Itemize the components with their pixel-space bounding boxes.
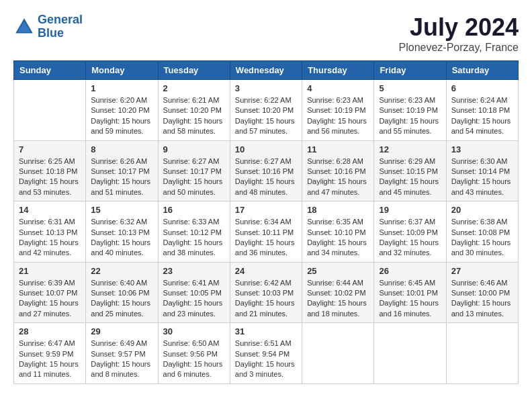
calendar-cell: 2Sunrise: 6:21 AM Sunset: 10:20 PM Dayli… [158, 80, 230, 141]
calendar-cell: 18Sunrise: 6:35 AM Sunset: 10:10 PM Dayl… [302, 201, 374, 263]
day-info: Sunrise: 6:46 AM Sunset: 10:00 PM Daylig… [451, 278, 513, 320]
logo-line2: Blue [38, 26, 64, 40]
day-number: 30 [163, 326, 225, 336]
calendar-cell: 1Sunrise: 6:20 AM Sunset: 10:20 PM Dayli… [86, 80, 158, 141]
day-number: 3 [235, 83, 297, 93]
header-thursday: Thursday [302, 61, 374, 80]
day-info: Sunrise: 6:25 AM Sunset: 10:18 PM Daylig… [19, 156, 81, 198]
day-info: Sunrise: 6:29 AM Sunset: 10:15 PM Daylig… [379, 156, 441, 198]
calendar-cell: 30Sunrise: 6:50 AM Sunset: 9:56 PM Dayli… [158, 323, 230, 384]
header-saturday: Saturday [446, 61, 518, 80]
calendar-cell: 19Sunrise: 6:37 AM Sunset: 10:09 PM Dayl… [374, 201, 446, 263]
calendar-cell: 26Sunrise: 6:45 AM Sunset: 10:01 PM Dayl… [374, 262, 446, 323]
calendar-cell: 28Sunrise: 6:47 AM Sunset: 9:59 PM Dayli… [14, 323, 86, 384]
day-number: 21 [19, 266, 81, 276]
day-number: 17 [235, 205, 297, 215]
day-info: Sunrise: 6:40 AM Sunset: 10:06 PM Daylig… [91, 278, 152, 320]
calendar-table: SundayMondayTuesdayWednesdayThursdayFrid… [13, 60, 519, 384]
header-monday: Monday [86, 61, 158, 80]
day-info: Sunrise: 6:50 AM Sunset: 9:56 PM Dayligh… [163, 338, 225, 380]
day-info: Sunrise: 6:22 AM Sunset: 10:20 PM Daylig… [235, 95, 297, 137]
day-info: Sunrise: 6:39 AM Sunset: 10:07 PM Daylig… [19, 278, 81, 320]
calendar-cell: 10Sunrise: 6:27 AM Sunset: 10:16 PM Dayl… [230, 140, 302, 201]
calendar-cell: 6Sunrise: 6:24 AM Sunset: 10:18 PM Dayli… [446, 80, 518, 141]
day-info: Sunrise: 6:44 AM Sunset: 10:02 PM Daylig… [307, 278, 369, 320]
day-number: 2 [163, 83, 225, 93]
calendar-cell [302, 323, 374, 384]
day-number: 9 [163, 144, 225, 154]
day-number: 15 [91, 205, 152, 215]
calendar-cell: 7Sunrise: 6:25 AM Sunset: 10:18 PM Dayli… [14, 140, 86, 201]
calendar-cell [446, 323, 518, 384]
day-number: 5 [379, 83, 441, 93]
day-number: 25 [307, 266, 369, 276]
calendar-cell [14, 80, 86, 141]
day-info: Sunrise: 6:47 AM Sunset: 9:59 PM Dayligh… [19, 338, 81, 380]
day-info: Sunrise: 6:49 AM Sunset: 9:57 PM Dayligh… [91, 338, 152, 380]
day-info: Sunrise: 6:32 AM Sunset: 10:13 PM Daylig… [91, 217, 152, 259]
calendar-cell: 8Sunrise: 6:26 AM Sunset: 10:17 PM Dayli… [86, 140, 158, 201]
day-number: 1 [91, 83, 152, 93]
day-info: Sunrise: 6:27 AM Sunset: 10:17 PM Daylig… [163, 156, 225, 198]
day-number: 13 [451, 144, 513, 154]
day-number: 16 [163, 205, 225, 215]
header-sunday: Sunday [14, 61, 86, 80]
calendar-week-5: 28Sunrise: 6:47 AM Sunset: 9:59 PM Dayli… [14, 323, 519, 384]
day-number: 29 [91, 326, 152, 336]
calendar-cell: 31Sunrise: 6:51 AM Sunset: 9:54 PM Dayli… [230, 323, 302, 384]
calendar-cell: 4Sunrise: 6:23 AM Sunset: 10:19 PM Dayli… [302, 80, 374, 141]
calendar-cell: 22Sunrise: 6:40 AM Sunset: 10:06 PM Dayl… [86, 262, 158, 323]
day-info: Sunrise: 6:38 AM Sunset: 10:08 PM Daylig… [451, 217, 513, 259]
calendar-cell: 27Sunrise: 6:46 AM Sunset: 10:00 PM Dayl… [446, 262, 518, 323]
day-info: Sunrise: 6:20 AM Sunset: 10:20 PM Daylig… [91, 95, 152, 137]
day-info: Sunrise: 6:28 AM Sunset: 10:16 PM Daylig… [307, 156, 369, 198]
logo: General Blue [13, 13, 83, 40]
day-number: 19 [379, 205, 441, 215]
title-block: July 2024 Plonevez-Porzay, France [399, 13, 519, 54]
day-number: 20 [451, 205, 513, 215]
calendar-cell: 17Sunrise: 6:34 AM Sunset: 10:11 PM Dayl… [230, 201, 302, 263]
subtitle: Plonevez-Porzay, France [399, 42, 519, 54]
calendar-cell: 24Sunrise: 6:42 AM Sunset: 10:03 PM Dayl… [230, 262, 302, 323]
logo-line1: General [38, 13, 83, 26]
logo-text: General Blue [38, 13, 83, 40]
calendar-week-4: 21Sunrise: 6:39 AM Sunset: 10:07 PM Dayl… [14, 262, 519, 323]
calendar-cell: 25Sunrise: 6:44 AM Sunset: 10:02 PM Dayl… [302, 262, 374, 323]
calendar-header-row: SundayMondayTuesdayWednesdayThursdayFrid… [14, 61, 519, 80]
calendar-cell: 9Sunrise: 6:27 AM Sunset: 10:17 PM Dayli… [158, 140, 230, 201]
day-number: 14 [19, 205, 81, 215]
day-info: Sunrise: 6:23 AM Sunset: 10:19 PM Daylig… [379, 95, 441, 137]
day-info: Sunrise: 6:42 AM Sunset: 10:03 PM Daylig… [235, 278, 297, 320]
calendar-cell: 23Sunrise: 6:41 AM Sunset: 10:05 PM Dayl… [158, 262, 230, 323]
day-number: 10 [235, 144, 297, 154]
calendar-cell: 16Sunrise: 6:33 AM Sunset: 10:12 PM Dayl… [158, 201, 230, 263]
day-number: 4 [307, 83, 369, 93]
calendar-cell: 29Sunrise: 6:49 AM Sunset: 9:57 PM Dayli… [86, 323, 158, 384]
day-info: Sunrise: 6:27 AM Sunset: 10:16 PM Daylig… [235, 156, 297, 198]
day-number: 8 [91, 144, 152, 154]
day-number: 11 [307, 144, 369, 154]
calendar-cell: 3Sunrise: 6:22 AM Sunset: 10:20 PM Dayli… [230, 80, 302, 141]
header-wednesday: Wednesday [230, 61, 302, 80]
calendar-cell: 21Sunrise: 6:39 AM Sunset: 10:07 PM Dayl… [14, 262, 86, 323]
calendar-cell: 14Sunrise: 6:31 AM Sunset: 10:13 PM Dayl… [14, 201, 86, 263]
day-info: Sunrise: 6:30 AM Sunset: 10:14 PM Daylig… [451, 156, 513, 198]
day-info: Sunrise: 6:41 AM Sunset: 10:05 PM Daylig… [163, 278, 225, 320]
day-number: 12 [379, 144, 441, 154]
page-header: General Blue July 2024 Plonevez-Porzay, … [13, 13, 519, 54]
header-friday: Friday [374, 61, 446, 80]
calendar-week-2: 7Sunrise: 6:25 AM Sunset: 10:18 PM Dayli… [14, 140, 519, 201]
calendar-cell: 13Sunrise: 6:30 AM Sunset: 10:14 PM Dayl… [446, 140, 518, 201]
calendar-week-1: 1Sunrise: 6:20 AM Sunset: 10:20 PM Dayli… [14, 80, 519, 141]
day-info: Sunrise: 6:45 AM Sunset: 10:01 PM Daylig… [379, 278, 441, 320]
day-number: 6 [451, 83, 513, 93]
day-number: 18 [307, 205, 369, 215]
calendar-cell: 12Sunrise: 6:29 AM Sunset: 10:15 PM Dayl… [374, 140, 446, 201]
day-number: 22 [91, 266, 152, 276]
day-info: Sunrise: 6:31 AM Sunset: 10:13 PM Daylig… [19, 217, 81, 259]
day-info: Sunrise: 6:33 AM Sunset: 10:12 PM Daylig… [163, 217, 225, 259]
day-info: Sunrise: 6:34 AM Sunset: 10:11 PM Daylig… [235, 217, 297, 259]
day-info: Sunrise: 6:37 AM Sunset: 10:09 PM Daylig… [379, 217, 441, 259]
day-number: 26 [379, 266, 441, 276]
day-number: 7 [19, 144, 81, 154]
